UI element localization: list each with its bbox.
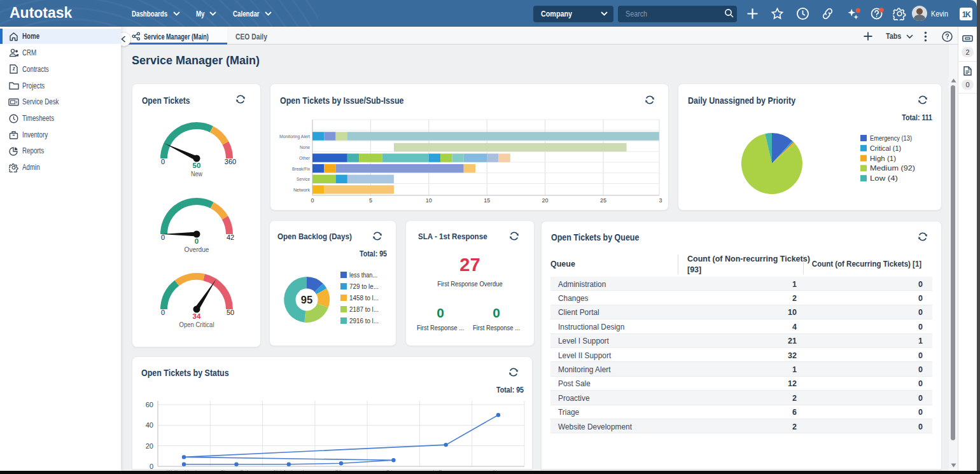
svg-text:5: 5: [369, 197, 372, 204]
svg-text:Break/Fix: Break/Fix: [292, 166, 310, 172]
svg-text:2187 to l...: 2187 to l...: [349, 305, 379, 313]
svg-text:360: 360: [225, 158, 236, 165]
svg-text:3: 3: [659, 197, 662, 204]
svg-text:0: 0: [195, 237, 199, 245]
svg-text:New: New: [191, 170, 202, 178]
svg-text:Emergency (13): Emergency (13): [870, 134, 912, 142]
svg-text:Monitoring Alert: Monitoring Alert: [279, 134, 311, 139]
svg-text:15: 15: [484, 197, 490, 204]
svg-text:42: 42: [227, 234, 234, 241]
svg-text:0: 0: [161, 234, 165, 241]
svg-text:25: 25: [600, 197, 606, 204]
svg-text:Medium (92): Medium (92): [870, 164, 915, 172]
svg-text:Open Critical: Open Critical: [179, 321, 214, 328]
svg-text:50: 50: [193, 162, 201, 169]
svg-text:0: 0: [161, 158, 165, 165]
svg-text:729 to le...: 729 to le...: [349, 282, 379, 290]
svg-text:Overdue: Overdue: [185, 246, 209, 253]
svg-text:95: 95: [301, 294, 312, 305]
svg-text:40: 40: [146, 421, 153, 429]
svg-text:Service: Service: [297, 176, 310, 182]
svg-text:20: 20: [146, 442, 153, 450]
svg-text:Critical (1): Critical (1): [870, 144, 901, 152]
svg-text:1458 to l...: 1458 to l...: [349, 294, 379, 302]
svg-text:High (1): High (1): [870, 155, 896, 162]
svg-text:Other: Other: [299, 155, 310, 161]
svg-text:0: 0: [150, 463, 153, 470]
svg-text:2916 to l...: 2916 to l...: [349, 317, 379, 324]
svg-text:20: 20: [542, 197, 549, 204]
svg-text:None: None: [300, 144, 310, 150]
svg-text:34: 34: [193, 312, 201, 320]
svg-text:0: 0: [311, 197, 314, 204]
svg-text:0: 0: [161, 309, 165, 316]
svg-text:50: 50: [227, 309, 234, 316]
svg-text:60: 60: [146, 401, 153, 408]
svg-text:Network: Network: [293, 187, 311, 193]
svg-text:10: 10: [426, 197, 432, 204]
svg-text:less than...: less than...: [349, 271, 377, 279]
svg-text:Low (4): Low (4): [870, 174, 898, 182]
